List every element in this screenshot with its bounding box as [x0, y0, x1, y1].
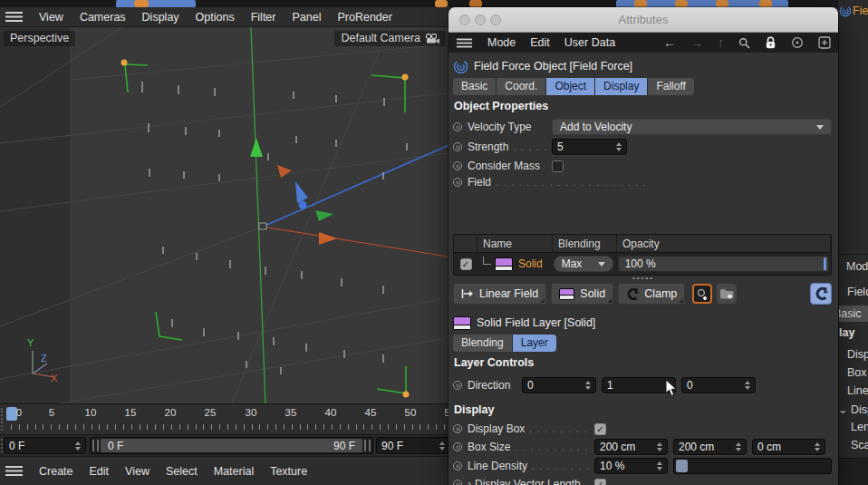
opacity-slider-handle[interactable]	[824, 257, 826, 270]
tab-object[interactable]: Object	[546, 78, 595, 95]
add-folder-button[interactable]	[717, 284, 737, 304]
col-name[interactable]: Name	[477, 235, 553, 252]
direction-z-field[interactable]: 0	[681, 377, 756, 393]
menu-view[interactable]: View	[39, 11, 63, 24]
stepper[interactable]	[582, 381, 591, 390]
bg-menu-mode[interactable]: Mode	[846, 260, 868, 273]
bg-tab-fragment[interactable]	[863, 306, 868, 322]
target-icon[interactable]	[791, 36, 804, 49]
tab-basic[interactable]: Basic	[453, 78, 497, 95]
strength-field[interactable]: 5	[552, 139, 627, 155]
table-row-solid[interactable]: ✓ Solid Max 100 %	[454, 253, 831, 275]
menu-mode[interactable]: Mode	[487, 36, 516, 49]
box-size-z-field[interactable]: 0 cm	[752, 439, 825, 455]
tab-blending[interactable]: Blending	[453, 335, 513, 352]
current-frame-field[interactable]: 0 F	[4, 437, 86, 454]
menu-options[interactable]: Options	[196, 11, 235, 24]
opacity-slider-field[interactable]: 100 %	[618, 256, 829, 272]
back-arrow-icon[interactable]: ←	[663, 35, 676, 50]
splitter-handle[interactable]: •••••	[448, 276, 838, 281]
stepper[interactable]	[732, 442, 741, 451]
menu-display[interactable]: Display	[142, 11, 179, 24]
point-handle[interactable]	[403, 392, 410, 398]
range-end-grip[interactable]	[364, 440, 371, 451]
menu-panel[interactable]: Panel	[292, 11, 321, 24]
stepper[interactable]	[653, 461, 662, 470]
menu-texture[interactable]: Texture	[270, 465, 307, 478]
expander-icon[interactable]: ›	[468, 478, 471, 485]
clamp-toggle-button[interactable]	[810, 283, 832, 305]
clamp-button[interactable]: Clamp	[618, 283, 685, 305]
linear-field-button[interactable]: Linear Field	[453, 283, 546, 305]
stepper[interactable]	[612, 142, 622, 151]
up-arrow-icon[interactable]: ↑	[718, 35, 724, 50]
menu-prorender[interactable]: ProRender	[337, 11, 391, 24]
frame-range-slider[interactable]: 0 F 90 F	[90, 437, 373, 454]
box-size-y-field[interactable]: 200 cm	[673, 439, 747, 455]
menu-cameras[interactable]: Cameras	[80, 11, 126, 24]
forward-arrow-icon[interactable]: →	[690, 35, 703, 50]
bg-row-line-density[interactable]: Line Density	[847, 384, 868, 397]
object-tree-item[interactable]: Field Force	[853, 5, 868, 17]
line-density-slider[interactable]	[673, 458, 832, 474]
bg-row-dvl[interactable]: ⌄ Display Vector Length	[838, 403, 868, 416]
blending-dropdown[interactable]: Max	[554, 256, 613, 272]
hamburger-icon[interactable]	[5, 466, 23, 476]
bg-row-scale[interactable]: Scale	[851, 439, 868, 451]
end-frame-field[interactable]: 90 F	[376, 437, 450, 454]
camera-label[interactable]: Default Camera	[334, 31, 446, 46]
tab-falloff[interactable]: Falloff	[648, 78, 693, 95]
slider-handle[interactable]	[676, 460, 688, 472]
stepper[interactable]	[72, 441, 81, 451]
menu-edit[interactable]: Edit	[90, 465, 110, 478]
point-handle[interactable]	[402, 74, 409, 81]
menu-filter[interactable]: Filter	[251, 11, 276, 24]
lock-icon[interactable]	[765, 36, 776, 49]
keyframe-dot-icon[interactable]	[453, 461, 462, 470]
menu-select[interactable]: Select	[166, 465, 198, 478]
display-box-checkbox[interactable]: ✓	[594, 423, 606, 435]
layer-name[interactable]: Solid	[518, 257, 543, 270]
panel-grip[interactable]	[1, 439, 3, 452]
panel-grip[interactable]	[1, 408, 3, 431]
keyframe-dot-icon[interactable]	[453, 161, 462, 170]
tab-layer[interactable]: Layer	[513, 335, 556, 352]
layer-enabled-checkbox[interactable]: ✓	[460, 258, 472, 270]
menu-view2[interactable]: View	[125, 465, 149, 478]
velocity-type-dropdown[interactable]: Add to Velocity	[552, 119, 832, 135]
col-blending[interactable]: Blending	[553, 235, 617, 252]
hamburger-icon[interactable]	[457, 38, 472, 47]
origin-handle[interactable]	[259, 223, 266, 229]
solid-field-button[interactable]: Solid	[551, 283, 613, 305]
stepper[interactable]	[436, 441, 445, 451]
tab-coord[interactable]: Coord.	[497, 78, 546, 95]
keyframe-dot-icon[interactable]	[453, 142, 462, 151]
keyframe-dot-icon[interactable]	[453, 442, 462, 451]
new-panel-icon[interactable]	[818, 36, 831, 49]
box-size-x-field[interactable]: 200 cm	[594, 439, 668, 455]
direction-x-field[interactable]: 0	[522, 377, 596, 393]
menu-edit[interactable]: Edit	[530, 36, 550, 49]
range-bar[interactable]: 0 F 90 F	[101, 439, 362, 452]
point-handle[interactable]	[121, 60, 128, 66]
bg-row-display[interactable]: Display	[847, 348, 868, 361]
hamburger-icon[interactable]	[5, 12, 23, 22]
line-density-field[interactable]: 10 %	[594, 458, 668, 474]
bg-row-length[interactable]: Length	[851, 421, 868, 433]
add-field-object-button[interactable]	[692, 284, 712, 304]
search-icon[interactable]	[738, 37, 750, 49]
view-label[interactable]: Perspective	[4, 31, 75, 46]
keyframe-dot-icon[interactable]	[453, 178, 462, 187]
menu-create[interactable]: Create	[39, 465, 73, 478]
keyframe-dot-icon[interactable]	[453, 122, 462, 131]
menu-user-data[interactable]: User Data	[564, 36, 615, 49]
stepper[interactable]	[653, 442, 662, 451]
bg-row-box-size[interactable]: Box Size	[847, 366, 868, 379]
stepper[interactable]	[741, 381, 750, 390]
range-start-grip[interactable]	[92, 440, 99, 451]
display-vector-length-checkbox[interactable]: ✓	[594, 479, 606, 485]
col-opacity[interactable]: Opacity	[617, 235, 831, 252]
keyframe-dot-icon[interactable]	[453, 424, 462, 433]
menu-material[interactable]: Material	[214, 465, 254, 478]
keyframe-dot-icon[interactable]	[453, 381, 462, 390]
